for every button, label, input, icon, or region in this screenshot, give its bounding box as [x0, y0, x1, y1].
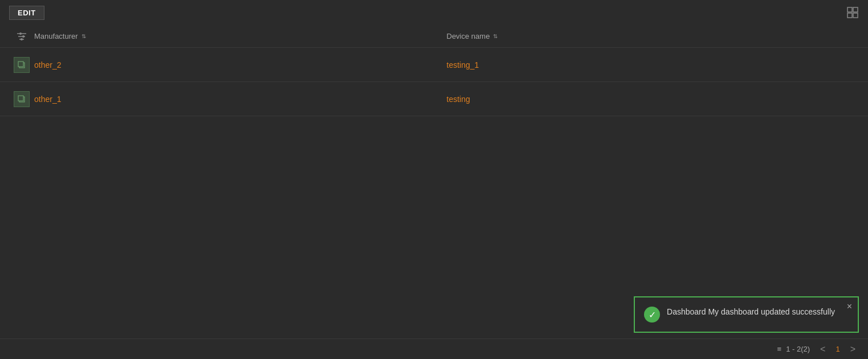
dashboard-grid-icon: [846, 6, 859, 19]
toast-message: Dashboard My dashboard updated successfu…: [667, 307, 835, 318]
svg-rect-0: [847, 7, 852, 12]
svg-rect-11: [18, 62, 23, 67]
device-column-header[interactable]: Device name ⇅: [447, 32, 859, 40]
svg-point-7: [19, 32, 22, 35]
top-bar-right: [846, 6, 859, 19]
current-page: 1: [831, 344, 844, 354]
svg-point-9: [21, 38, 23, 40]
cell-device: testing: [447, 95, 859, 104]
cell-manufacturer: other_2: [34, 60, 447, 70]
list-icon: ≡: [777, 345, 782, 353]
manufacturer-label: Manufacturer: [34, 32, 78, 40]
pagination-range: 1 - 2(2): [786, 345, 810, 353]
cell-device: testing_1: [447, 60, 859, 70]
bottom-bar: ≡ 1 - 2(2) < 1 >: [0, 338, 868, 359]
copy-icon[interactable]: [14, 91, 30, 107]
svg-rect-1: [853, 7, 858, 12]
column-headers: Manufacturer ⇅ Device name ⇅: [0, 25, 868, 48]
next-page-button[interactable]: >: [847, 343, 859, 356]
success-check-icon: ✓: [644, 307, 660, 323]
filter-icon[interactable]: [9, 31, 34, 42]
copy-icon[interactable]: [14, 57, 30, 73]
table-row: other_2 testing_1: [0, 48, 868, 82]
toast-notification: ✓ Dashboard My dashboard updated success…: [634, 296, 859, 333]
cell-manufacturer: other_1: [34, 95, 447, 104]
svg-rect-2: [847, 13, 852, 18]
table-row: other_1 testing: [0, 82, 868, 116]
toast-close-button[interactable]: ×: [847, 302, 852, 311]
top-bar: EDIT: [0, 0, 868, 25]
svg-rect-3: [853, 13, 858, 18]
row-icon-area: [9, 91, 34, 107]
svg-point-8: [22, 35, 25, 38]
edit-button[interactable]: EDIT: [9, 6, 44, 20]
row-icon-area: [9, 57, 34, 73]
manufacturer-sort-icon: ⇅: [81, 33, 86, 39]
manufacturer-column-header[interactable]: Manufacturer ⇅: [34, 32, 447, 40]
device-sort-icon: ⇅: [493, 33, 498, 39]
table-body: other_2 testing_1 other_1 testing: [0, 48, 868, 116]
pagination-nav: < 1 >: [817, 343, 859, 356]
svg-rect-13: [18, 96, 23, 101]
device-label: Device name: [447, 32, 490, 40]
pagination-info: ≡ 1 - 2(2): [777, 345, 810, 353]
prev-page-button[interactable]: <: [817, 343, 829, 356]
